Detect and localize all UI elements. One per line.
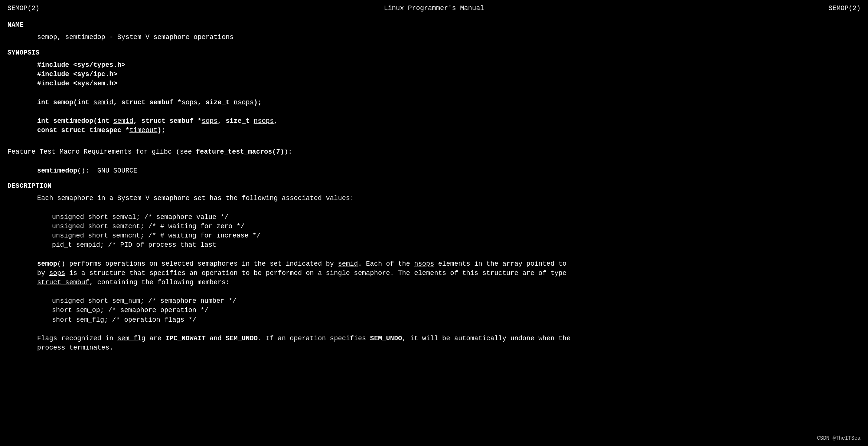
synopsis-func-2-line2: const struct timespec *timeout); [7,126,861,135]
synopsis-func-1d: ); [254,99,262,106]
synopsis-func-2b: , struct sembuf * [133,117,202,125]
synopsis-func-2e: const struct timespec * [37,127,129,134]
section-synopsis: SYNOPSIS #include <sys/types.h> #include… [7,48,861,176]
timeout-underline: timeout [129,127,157,134]
semid-underline-2: semid [113,117,133,125]
header-left: SEMOP(2) [7,4,39,13]
ipc-nowait: IPC_NOWAIT [166,335,206,342]
semid-underline-1: semid [93,99,113,106]
synopsis-func-1c: , size_t [198,99,234,106]
flags-line-2: process terminates. [7,343,861,352]
semid-link-1: semid [338,260,358,268]
para2-line2-pre: by [37,269,49,277]
flags-mid1: are [146,335,166,342]
synopsis-include-3: #include <sys/sem.h> [7,79,861,88]
feature-test-end: ): [284,148,292,155]
header-center: Linux Programmer's Manual [384,4,484,13]
para2-line2-mid: is a structure that specifies an operati… [65,269,567,277]
synopsis-func-2f: ); [157,127,166,134]
sembuf-field-3: short sem_flg; /* operation flags */ [7,315,861,325]
flags-mid4: , it will be automatically undone when t… [402,335,571,342]
section-description: DESCRIPTION Each semaphore in a System V… [7,181,861,352]
sembuf-field-1: unsigned short sem_num; /* semaphore num… [7,296,861,306]
synopsis-func-2d: , [274,117,278,125]
sem-undo-2: SEM_UNDO [370,335,402,342]
struct-field-4: pid_t sempid; /* PID of process that las… [7,240,861,250]
section-name: NAME semop, semtimedop - System V semaph… [7,20,861,42]
description-para2-line1: semop() performs operations on selected … [7,259,861,269]
description-para2-line2: by sops is a structure that specifies an… [7,269,861,278]
para2-line3-mid: , containing the following members: [89,279,229,286]
section-name-title: NAME [7,20,861,30]
watermark: CSDN @TheITSea [817,435,861,442]
description-para2-line3: struct sembuf, containing the following … [7,278,861,287]
synopsis-func-2: int semtimedop(int semid, struct sembuf … [7,117,861,126]
struct-field-1: unsigned short semval; /* semaphore valu… [7,213,861,222]
synopsis-func-2c: , size_t [218,117,254,125]
synopsis-func-1b: , struct sembuf * [113,99,182,106]
section-synopsis-title: SYNOPSIS [7,48,861,58]
sops-underline-1: sops [182,99,198,106]
feature-test-macros: feature_test_macros(7) [196,148,284,155]
section-description-title: DESCRIPTION [7,181,861,191]
header-right: SEMOP(2) [829,4,861,13]
feature-test-pre: Feature Test Macro Requirements for glib… [7,148,196,155]
semtimedop-macro-rest: (): _GNU_SOURCE [77,167,137,174]
para2-mid3: elements in the array pointed to [434,260,566,268]
nsops-underline-2: nsops [254,117,274,125]
sops-link-1: sops [49,269,65,277]
semtimedop-macro: semtimedop(): _GNU_SOURCE [7,166,861,176]
synopsis-func-1: int semop(int semid, struct sembuf *sops… [7,98,861,107]
synopsis-include-1: #include <sys/types.h> [7,60,861,70]
flags-pre: Flags recognized in [37,335,117,342]
sembuf-link: sembuf [61,279,89,286]
sops-underline-2: sops [202,117,218,125]
nsops-underline-1: nsops [234,99,254,106]
flags-line-1: Flags recognized in sem_flg are IPC_NOWA… [7,334,861,343]
struct-field-3: unsigned short semncnt; /* # waiting for… [7,231,861,240]
sem-flg-link: sem_flg [117,335,146,342]
man-page: SEMOP(2) Linux Programmer's Manual SEMOP… [7,4,861,352]
synopsis-func-1-text: int semop(int [37,99,93,106]
para2-mid2: . Each of the [358,260,414,268]
sem-undo-1: SEM_UNDO [226,335,258,342]
feature-test-line: Feature Test Macro Requirements for glib… [7,147,861,157]
synopsis-include-2: #include <sys/ipc.h> [7,70,861,79]
synopsis-func-2a: int semtimedop(int [37,117,113,125]
para2-mid1: () performs operations on selected semap… [57,260,338,268]
section-name-content: semop, semtimedop - System V semaphore o… [7,33,861,42]
man-header: SEMOP(2) Linux Programmer's Manual SEMOP… [7,4,861,13]
semtimedop-macro-text: semtimedop [37,167,77,174]
sembuf-field-2: short sem_op; /* semaphore operation */ [7,306,861,315]
flags-mid2: and [206,335,226,342]
flags-mid3: . If an operation specifies [258,335,370,342]
struct-field-2: unsigned short semzcnt; /* # waiting for… [7,222,861,231]
semop-bold: semop [37,260,57,268]
struct-link: struct [37,279,61,286]
nsops-link-1: nsops [414,260,434,268]
description-para1: Each semaphore in a System V semaphore s… [7,194,861,203]
